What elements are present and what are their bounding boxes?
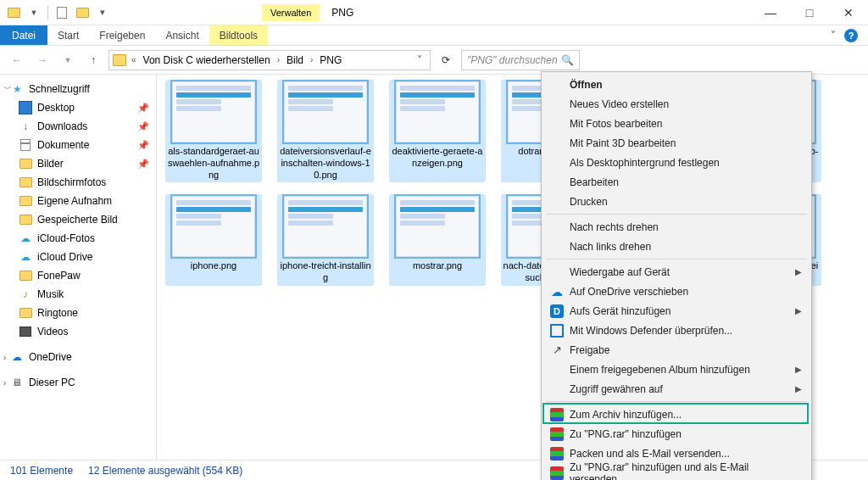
submenu-arrow-icon: ▶ [795,365,802,374]
rar-icon [549,407,565,422]
file-item[interactable]: iphone-treicht-installing [277,194,374,286]
sidebar-item-label: Gespeicherte Bild [37,214,118,226]
maximize-button[interactable]: □ [790,0,829,25]
context-menu-item[interactable]: Zugriff gewähren auf ▶ [544,379,809,399]
context-menu-item[interactable]: ☁ Auf OneDrive verschieben [544,282,809,301]
collapse-ribbon-icon[interactable]: ˅ [831,30,836,42]
breadcrumb-segment[interactable]: PNG [318,54,343,66]
file-name: deaktivierte-geraete-anzeigen.png [391,146,484,170]
recent-dropdown[interactable]: ▼ [58,50,78,70]
context-menu-item[interactable]: Mit Paint 3D bearbeiten [544,133,809,153]
context-menu-item[interactable]: Zu "PNG.rar" hinzufügen und als E-Mail v… [544,463,809,480]
file-name: iphone-treicht-installing [279,260,372,284]
file-item[interactable]: mostrar.png [389,194,486,286]
context-menu-label: Auf OneDrive verschieben [570,286,688,298]
context-menu-item[interactable]: D Aufs Gerät hinzufügen ▶ [544,301,809,321]
properties-icon[interactable] [55,6,69,20]
chevron-icon[interactable]: « [130,55,138,64]
context-menu-item[interactable]: Wiedergabe auf Gerät ▶ [544,262,809,282]
help-icon[interactable]: ? [844,29,858,42]
file-thumbnail [172,196,255,257]
breadcrumb-segment[interactable]: Von Disk C wiederherstellen [142,54,272,66]
expand-icon[interactable]: ﹀ [3,83,12,95]
share-icon: ↗ [549,343,565,358]
sidebar-item[interactable]: ♪ Musik [0,285,156,304]
qat-dropdown-icon[interactable]: ▾ [96,6,109,20]
back-button[interactable]: ← [7,50,27,70]
context-menu-label: Drucken [570,196,608,208]
breadcrumb[interactable]: « Von Disk C wiederherstellen › Bild › P… [108,50,431,70]
sidebar-item[interactable]: Gespeicherte Bild [0,210,156,229]
view-tab[interactable]: Ansicht [155,25,209,45]
context-menu-item[interactable]: Als Desktophintergrund festlegen [544,153,809,172]
close-button[interactable]: ✕ [829,0,868,25]
sidebar-onedrive[interactable]: › ☁ OneDrive [0,348,156,366]
minimize-button[interactable]: — [751,0,790,25]
context-menu-item[interactable]: Bearbeiten [544,172,809,192]
sidebar-item[interactable]: ↓ Downloads 📌 [0,117,156,136]
picture-tools-tab[interactable]: Bildtools [209,25,268,45]
sidebar-label: Schnellzugriff [29,83,90,95]
context-menu-item[interactable]: Mit Windows Defender überprüfen... [544,321,809,340]
context-menu-item[interactable]: Zu "PNG.rar" hinzufügen [544,424,809,444]
breadcrumb-segment[interactable]: Bild [285,54,305,66]
folder-icon [113,54,126,66]
address-bar-row: ← → ▼ ↑ « Von Disk C wiederherstellen › … [0,46,868,75]
file-item[interactable]: deaktivierte-geraete-anzeigen.png [389,80,486,182]
file-item[interactable]: iphone.png [165,194,262,286]
sidebar-quickaccess[interactable]: ﹀ ★ Schnellzugriff [0,80,156,98]
context-menu-label: Bearbeiten [570,176,619,188]
file-name: iphone.png [191,260,236,272]
sidebar-thispc[interactable]: › 🖥 Dieser PC [0,373,156,392]
sidebar-item[interactable]: Dokumente 📌 [0,136,156,154]
context-menu-item[interactable]: Neues Video erstellen [544,94,809,114]
sidebar-item[interactable]: Videos [0,322,156,341]
context-menu-item[interactable]: Öffnen [544,75,809,94]
context-menu-label: Mit Paint 3D bearbeiten [570,137,676,149]
forward-button[interactable]: → [32,50,53,70]
sidebar-item[interactable]: Bilder 📌 [0,154,156,173]
file-tab[interactable]: Datei [0,25,47,45]
sidebar-item[interactable]: Eigene Aufnahm [0,192,156,210]
rar-icon [549,466,565,481]
context-menu-label: Zum Archiv hinzufügen... [570,409,682,421]
navigation-pane: ﹀ ★ Schnellzugriff Desktop 📌 ↓ Downloads… [0,75,157,460]
sidebar-item[interactable]: Desktop 📌 [0,98,156,117]
share-tab[interactable]: Freigeben [89,25,155,45]
ribbon: Datei Start Freigeben Ansicht Bildtools … [0,25,868,46]
sidebar-item[interactable]: ☁ iCloud Drive [0,248,156,266]
address-dropdown-icon[interactable]: ˅ [413,54,426,66]
context-menu-label: Zugriff gewähren auf [570,383,663,395]
pin-icon: 📌 [137,103,149,114]
sidebar-item[interactable]: FonePaw [0,266,156,285]
context-menu-item[interactable]: Nach rechts drehen [544,217,809,237]
file-item[interactable]: als-standardgeraet-auswaehlen-aufnahme.p… [165,80,262,182]
context-menu-item[interactable]: Drucken [544,192,809,211]
home-tab[interactable]: Start [47,25,89,45]
chevron-icon[interactable]: › [309,55,314,64]
context-menu-item[interactable]: Nach links drehen [544,237,809,256]
dropdown-icon[interactable]: ▼ [27,6,41,20]
sidebar-item[interactable]: Bildschirmfotos [0,173,156,192]
star-icon: ★ [10,82,24,96]
context-menu-label: Nach links drehen [570,241,651,253]
file-item[interactable]: dateiversionsverlauf-einschalten-windows… [277,80,374,182]
ribbon-right: ˅ ? [831,25,868,45]
context-menu-item[interactable]: Einem freigegebenen Album hinzufügen ▶ [544,360,809,379]
pin-icon: 📌 [137,159,149,170]
download-icon: ↓ [19,120,32,133]
search-box[interactable]: "PNG" durchsuchen 🔍 [461,50,580,70]
context-menu-item[interactable]: Zum Archiv hinzufügen... [544,405,809,424]
refresh-button[interactable]: ⟳ [436,50,456,70]
context-menu-item[interactable]: Mit Fotos bearbeiten [544,114,809,133]
up-button[interactable]: ↑ [83,50,103,70]
sidebar-item-label: Desktop [37,102,75,114]
context-menu-item[interactable]: ↗ Freigabe [544,340,809,360]
context-menu: Öffnen Neues Video erstellen Mit Fotos b… [541,71,812,480]
sidebar-item[interactable]: ☁ iCloud-Fotos [0,229,156,248]
sidebar-item[interactable]: Ringtone [0,304,156,322]
open-folder-icon[interactable] [75,6,89,20]
chevron-icon[interactable]: › [275,55,281,64]
expand-icon[interactable]: › [3,353,6,362]
expand-icon[interactable]: › [3,378,6,388]
